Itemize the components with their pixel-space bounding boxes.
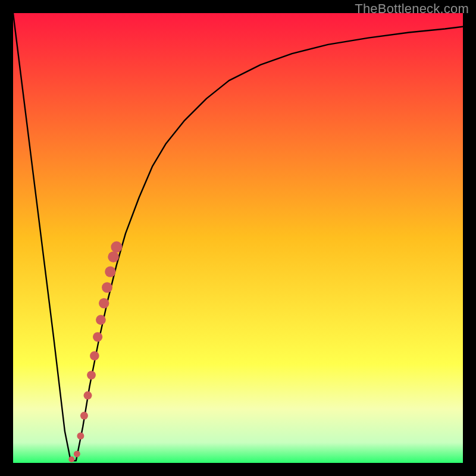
highlight-dot — [74, 450, 80, 457]
highlight-dot — [108, 251, 119, 262]
highlight-dot — [111, 242, 122, 253]
bottleneck-curve — [13, 13, 463, 461]
highlight-dot — [90, 351, 99, 361]
highlight-dot — [102, 282, 112, 293]
highlight-dot — [80, 412, 88, 419]
highlight-dot — [96, 315, 106, 325]
highlight-dot — [87, 371, 96, 380]
highlight-dot — [68, 456, 74, 462]
highlight-dots — [68, 242, 122, 462]
highlight-dot — [84, 392, 92, 400]
highlight-dot — [93, 332, 102, 342]
watermark-text: TheBottleneck.com — [355, 1, 469, 17]
highlight-dot — [99, 298, 109, 308]
highlight-dot — [77, 433, 84, 440]
outer-frame: TheBottleneck.com — [0, 0, 476, 476]
highlight-dot — [105, 267, 115, 277]
plot-area — [13, 13, 463, 463]
chart-overlay — [13, 13, 463, 463]
